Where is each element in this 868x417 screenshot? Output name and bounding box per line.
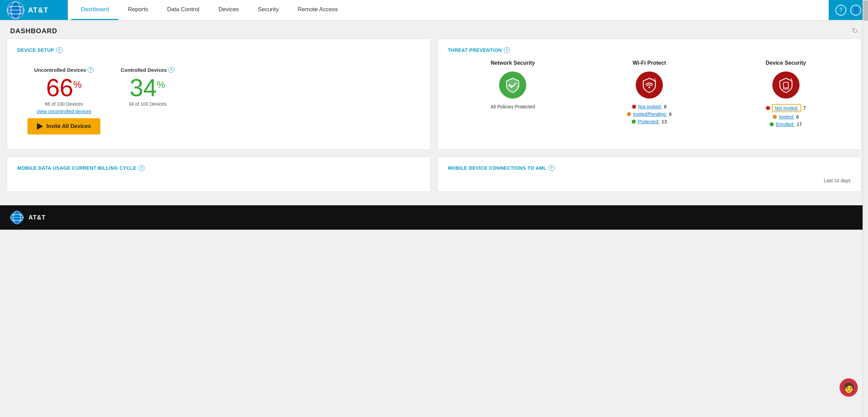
mobile-device-connections-title: MOBILE DEVICE CONNECTIONS TO AML ?	[448, 165, 851, 171]
nav-remote-access[interactable]: Remote Access	[288, 0, 347, 20]
device-not-invited-link[interactable]: Not invited:	[772, 104, 801, 112]
controlled-number: 34%	[121, 76, 174, 100]
wifi-protect-header: Wi-Fi Protect	[585, 60, 714, 66]
footer-att-logo-icon	[10, 211, 24, 224]
main-content: DEVICE SETUP ? Uncontrolled Devices ? 66…	[0, 39, 868, 205]
device-setup-card: DEVICE SETUP ? Uncontrolled Devices ? 66…	[7, 39, 431, 150]
device-security-stats: Not invited: 7 Invited: 6 Enrolled: 17	[721, 104, 851, 127]
device-not-invited: Not invited: 7	[721, 104, 851, 112]
wifi-not-invited: Not invited: 8	[585, 104, 714, 109]
device-security-icon: !	[772, 71, 800, 99]
uncontrolled-sub: 66 of 100 Devices	[27, 101, 100, 107]
logo-text: AT&T	[28, 6, 48, 15]
threat-network-security: Network Security All Policies Protected	[448, 60, 578, 129]
page-title-bar: DASHBOARD ↻	[0, 20, 868, 39]
user-icon: 👤	[852, 7, 859, 13]
footer-logo-text: AT&T	[28, 214, 46, 221]
mobile-device-connections-help-icon[interactable]: ?	[549, 165, 555, 171]
svg-point-10	[785, 88, 786, 89]
nav-reports[interactable]: Reports	[118, 0, 158, 20]
page-title: DASHBOARD	[10, 27, 57, 35]
bottom-cards-row: MOBILE DATA USAGE CURRENT BILLING CYCLE …	[7, 157, 861, 192]
att-logo-icon	[7, 1, 24, 19]
scrollbar-track[interactable]	[863, 0, 868, 230]
wifi-protected-link[interactable]: Protected:	[638, 119, 659, 124]
device-security-header: Device Security	[721, 60, 851, 66]
top-cards-row: DEVICE SETUP ? Uncontrolled Devices ? 66…	[7, 39, 861, 150]
device-enrolled: Enrolled: 17	[721, 122, 851, 127]
network-security-status: All Policies Protected	[448, 104, 578, 109]
main-nav: Dashboard Reports Data Control Devices S…	[68, 0, 829, 20]
threat-grid: Network Security All Policies Protected	[448, 60, 851, 129]
wifi-stats: Not invited: 8 Invited/Pending: 6 Protec…	[585, 104, 714, 124]
play-icon	[37, 123, 43, 130]
help-button[interactable]: ?	[835, 5, 846, 16]
uncontrolled-number: 66%	[27, 76, 100, 100]
mobile-data-usage-card: MOBILE DATA USAGE CURRENT BILLING CYCLE …	[7, 157, 431, 192]
dot-red-device	[766, 106, 770, 110]
threat-prevention-help-icon[interactable]: ?	[504, 47, 510, 53]
nav-dashboard[interactable]: Dashboard	[71, 0, 118, 20]
uncontrolled-label: Uncontrolled Devices ?	[27, 67, 100, 73]
mobile-device-connections-card: MOBILE DEVICE CONNECTIONS TO AML ? Last …	[437, 157, 861, 192]
threat-prevention-card: THREAT PREVENTION ? Network Security	[437, 39, 861, 150]
dot-green-wifi	[632, 120, 636, 124]
network-security-header: Network Security	[448, 60, 578, 66]
footer: AT&T	[0, 205, 868, 230]
dot-red-wifi	[632, 105, 636, 109]
mobile-data-usage-title: MOBILE DATA USAGE CURRENT BILLING CYCLE …	[17, 165, 420, 171]
invite-all-devices-button[interactable]: Invite All Devices	[27, 118, 100, 134]
nav-data-control[interactable]: Data Control	[158, 0, 209, 20]
shield-check-icon	[505, 77, 521, 93]
device-alert-icon: !	[778, 77, 794, 93]
mobile-data-usage-help-icon[interactable]: ?	[138, 165, 144, 171]
controlled-label: Controlled Devices ?	[121, 67, 174, 73]
svg-rect-8	[784, 82, 788, 89]
device-invited: Invited: 6	[721, 114, 851, 120]
uncontrolled-help-icon[interactable]: ?	[87, 67, 94, 73]
wifi-protected: Protected: 13	[585, 119, 714, 124]
device-invited-link[interactable]: Invited:	[779, 114, 794, 120]
network-security-icon	[499, 71, 526, 99]
wifi-invited-pending: Invited/Pending: 6	[585, 111, 714, 117]
threat-device-security: Device Security !	[721, 60, 851, 129]
header: AT&T Dashboard Reports Data Control Devi…	[0, 0, 868, 20]
svg-point-6	[648, 87, 650, 88]
wifi-protect-icon: !	[636, 71, 663, 99]
user-button[interactable]: 👤	[850, 5, 861, 16]
dot-orange-device	[773, 115, 777, 119]
wifi-not-invited-link[interactable]: Not invited:	[638, 104, 662, 109]
view-uncontrolled-link[interactable]: View uncontrolled devices	[27, 109, 100, 114]
svg-text:!: !	[654, 77, 656, 83]
controlled-sub: 34 of 100 Devices	[121, 101, 174, 107]
svg-text:!: !	[791, 77, 792, 83]
dot-orange-wifi	[627, 112, 631, 116]
refresh-icon[interactable]: ↻	[852, 26, 858, 35]
help-icon: ?	[840, 7, 843, 13]
scrollbar-thumb[interactable]	[863, 0, 868, 21]
dot-green-device	[770, 122, 774, 126]
wifi-invited-pending-link[interactable]: Invited/Pending:	[633, 111, 667, 117]
logo-area: AT&T	[0, 0, 68, 20]
device-setup-content: Uncontrolled Devices ? 66% 66 of 100 Dev…	[17, 60, 420, 141]
device-enrolled-link[interactable]: Enrolled:	[776, 122, 794, 127]
nav-security[interactable]: Security	[249, 0, 288, 20]
controlled-help-icon[interactable]: ?	[168, 67, 174, 73]
nav-devices[interactable]: Devices	[209, 0, 248, 20]
threat-wifi-protect: Wi-Fi Protect !	[585, 60, 714, 129]
last-14-days-label: Last 14 days	[448, 178, 851, 183]
controlled-stat: Controlled Devices ? 34% 34 of 100 Devic…	[121, 67, 174, 109]
device-setup-help-icon[interactable]: ?	[56, 47, 62, 53]
device-setup-title: DEVICE SETUP ?	[17, 47, 420, 53]
header-icons: ? 👤	[829, 0, 868, 20]
uncontrolled-stat: Uncontrolled Devices ? 66% 66 of 100 Dev…	[27, 67, 100, 134]
threat-prevention-title: THREAT PREVENTION ?	[448, 47, 851, 53]
wifi-alert-icon: !	[641, 77, 657, 93]
